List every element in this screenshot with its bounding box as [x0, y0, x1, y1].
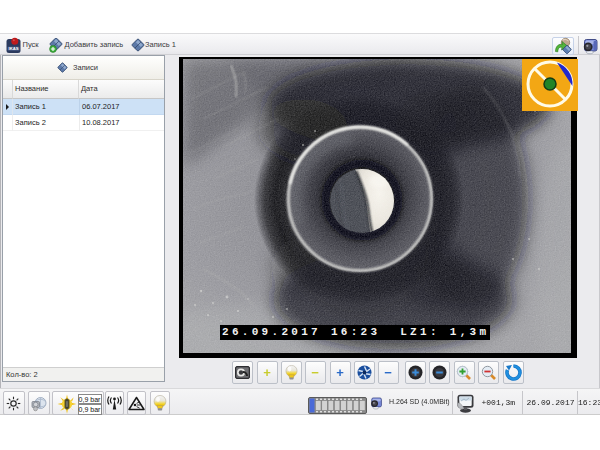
- svg-text:IKAS: IKAS: [8, 46, 18, 51]
